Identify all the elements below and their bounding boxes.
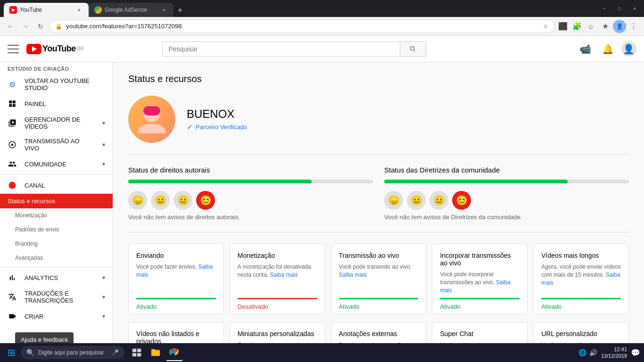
sound-icon[interactable]: 🔊 [589,349,597,356]
grid-icon [8,99,17,108]
extensions-icon[interactable]: 🧩 [570,20,584,33]
reload-button[interactable]: ↻ [34,20,47,33]
menu-icon[interactable]: ⋮ [627,20,640,33]
feature-card-transmissao: Transmissão ao vivo Você pode transmitir… [331,244,427,314]
card-status-transmissao: Ativado [339,298,419,310]
tab-youtube[interactable]: ▶ YouTube × [4,3,89,17]
sidebar-item-transmissao[interactable]: TRANSMISSÃO AO VIVO ▾ [0,134,113,156]
tab-close-youtube[interactable]: × [75,6,83,14]
sidebar-label-monetizacao: Monetização [15,212,105,219]
notification-center-icon[interactable]: 💬 [631,348,640,357]
sidebar-item-gerenciador[interactable]: GERENCIADOR DE VÍDEOS ▾ [0,112,113,134]
status-autorais-bar [128,180,373,183]
card-desc-transmissao: Você pode transmitir ao vivo. Saiba mais [339,263,419,294]
minimize-button[interactable]: − [599,3,610,14]
sidebar-item-padroes[interactable]: Padrões de envio [0,222,113,237]
saiba-mais-link-transmissao[interactable]: Saiba mais [339,272,367,278]
youtube-logo-icon [26,44,41,54]
person-image [128,96,175,143]
face-happy-2: 😊 [452,191,471,210]
card-desc-monetizacao: A monetização foi desativada nesta conta… [238,263,317,294]
bookmark-icon[interactable]: ☆ [543,23,548,30]
chevron-down-icon-5: ▾ [102,294,105,300]
sidebar-item-status[interactable]: Status e recursos [0,194,113,208]
saiba-mais-link-monetizacao[interactable]: Saiba mais [270,272,298,278]
avatar-svg [133,100,171,138]
search-button[interactable] [400,41,426,57]
face-neutral-2: 😐 [173,191,192,210]
start-button[interactable]: ⊞ [4,345,19,360]
card-desc-videos-longos: Agora, você pode enviar vídeos com mais … [541,263,621,294]
new-tab-button[interactable]: + [173,4,187,17]
sidebar-section-title: ESTÚDIO DE CRIAÇÃO [0,62,113,74]
sidebar-divider-2 [0,267,113,267]
user-avatar[interactable]: 👤 [621,41,636,57]
taskbar-app-chrome[interactable] [166,344,183,361]
taskbar-search-bar[interactable]: 🔍 Digite aqui para pesquisar 🎤 [21,346,124,359]
saiba-mais-link-enviando[interactable]: Saiba mais [136,263,213,278]
taskbar-app-task-view[interactable] [128,344,145,361]
sidebar-label-voltar: VOLTAR AO YOUTUBE STUDIO [25,77,105,91]
svg-rect-4 [132,349,136,352]
card-title-incorporar: Incorporar transmissões ao vivo [440,252,520,267]
sidebar-item-painel[interactable]: PAINEL [0,95,113,112]
star-icon[interactable]: ★ [599,20,612,33]
profile-avatar[interactable]: 👤 [613,20,626,33]
card-title-videos-longos: Vídeos mais longos [541,252,621,259]
notification-bell-icon[interactable]: 🔔 [599,40,618,58]
microphone-icon: 🎤 [112,349,119,356]
back-button[interactable]: ← [4,20,17,33]
sidebar-item-traducoes[interactable]: TRADUÇÕES E TRANSCRIÇÕES ▾ [0,286,113,308]
search-icon[interactable]: ⌕ [585,20,598,33]
cast-icon[interactable]: ⬛ [556,20,570,33]
tab-adsense[interactable]: Google AdSense × [89,3,173,17]
sidebar-item-voltar[interactable]: ⚙ VOLTAR AO YOUTUBE STUDIO [0,74,113,95]
sidebar-item-avancadas[interactable]: Avançadas [0,251,113,265]
profile-verified: ✓ Parceiro Verificado [187,123,247,132]
sidebar-item-analytics[interactable]: ANALYTICS ▾ [0,269,113,286]
youtube-logo[interactable]: YouTube BR [26,44,84,54]
close-button[interactable]: × [629,3,640,14]
browser-toolbar: ← → ↻ 🔒 youtube.com/features?ar=15762510… [0,17,644,36]
hamburger-menu-icon[interactable] [8,43,19,55]
play-icon [32,46,37,52]
network-icon[interactable]: 🌐 [578,349,586,356]
card-desc-incorporar: Você pode incorporar transmissões ao viv… [440,271,520,294]
forward-button[interactable]: → [19,20,32,33]
taskbar-apps [128,344,183,361]
verified-label: Parceiro Verificado [196,123,247,131]
card-status-videos-longos: Ativado [541,298,621,310]
feature-card-monetizacao: Monetização A monetização foi desativada… [230,244,325,314]
card-status-incorporar: Ativado [440,298,520,310]
feature-grid-row1: Enviando Você pode fazer envios. Saiba m… [128,244,629,314]
search-input[interactable] [162,41,400,57]
yt-header: YouTube BR 📹 🔔 👤 [0,36,644,62]
sidebar-item-branding[interactable]: Branding [0,237,113,251]
toolbar-actions: ⬛ 🧩 ⌕ ★ 👤 ⋮ [556,20,640,33]
card-title-anotacoes: Anotações externas [339,330,419,337]
search-icon [409,45,417,53]
taskbar-app-explorer[interactable] [147,344,164,361]
profile-section: BUENOX ✓ Parceiro Verificado [128,96,629,155]
address-bar[interactable]: 🔒 youtube.com/features?ar=1576251072098 … [49,20,554,33]
search-form [162,41,426,57]
status-comunidade-title: Status das Diretrizes da comunidade [384,166,629,174]
sidebar-item-criar[interactable]: CRIAR ▾ [0,308,113,325]
status-comunidade-text: Você não tem avisos de Diretrizes da com… [384,214,629,221]
status-comunidade-panel: Status das Diretrizes da comunidade 😞 😐 … [384,166,629,221]
live-icon [8,140,17,149]
card-desc-enviando: Você pode fazer envios. Saiba mais [136,263,216,294]
sidebar-item-monetizacao[interactable]: Monetização [0,208,113,222]
saiba-mais-link-incorporar[interactable]: Saiba mais [440,279,510,294]
maximize-button[interactable]: □ [614,3,625,14]
tab-close-adsense[interactable]: × [160,6,168,14]
saiba-mais-link-videos-longos[interactable]: Saiba mais [541,272,620,286]
svg-point-0 [11,144,14,146]
card-title-super-chat: Super Chat [440,330,520,337]
page-title: Status e recursos [128,74,629,84]
sidebar-label-transmissao: TRANSMISSÃO AO VIVO [25,138,95,152]
sidebar-item-comunidade[interactable]: COMUNIDADE ▾ [0,156,113,173]
browser-chrome: ▶ YouTube × Google AdSense × + − □ × [0,0,644,17]
video-camera-icon[interactable]: 📹 [576,40,595,58]
sidebar-item-canal[interactable]: CANAL [0,177,113,194]
